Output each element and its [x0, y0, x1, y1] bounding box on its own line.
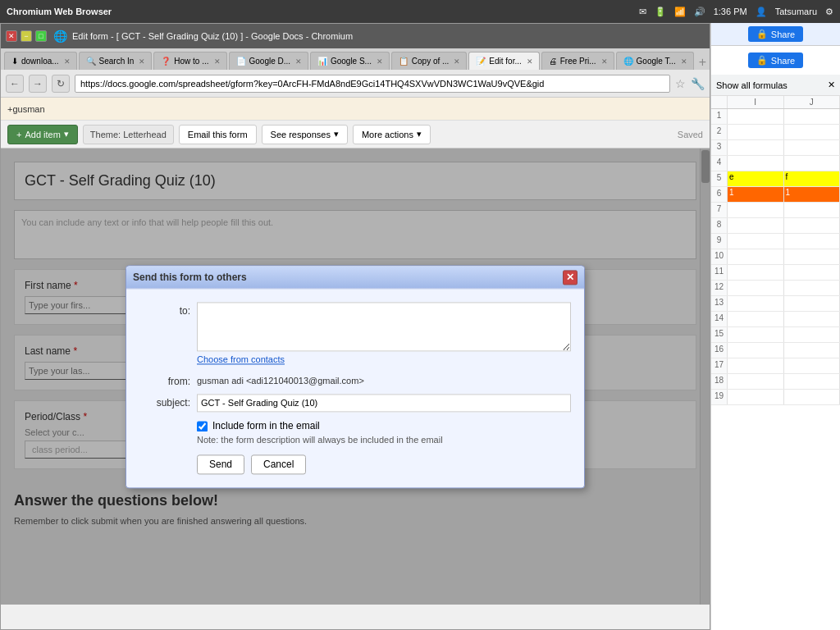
- form-content: GCT - Self Grading Quiz (10) You can inc…: [1, 148, 710, 605]
- dialog-close-button[interactable]: ✕: [563, 270, 578, 285]
- signal-icon: 📶: [674, 7, 686, 17]
- docs-favicon: 📄: [236, 57, 246, 66]
- browser-tabs: ⬇ downloa... ✕ 🔍 Search In ✕ ❓ How to ..…: [1, 48, 710, 70]
- forward-button[interactable]: →: [29, 75, 47, 93]
- spreadsheet-header: 🔒 Share: [711, 23, 840, 46]
- more-dropdown-icon: ▾: [417, 129, 422, 139]
- table-row: 18: [711, 374, 840, 390]
- download-favicon: ⬇: [11, 57, 18, 66]
- to-label: to:: [139, 302, 197, 317]
- include-form-label: Include form in the email: [212, 420, 320, 431]
- back-button[interactable]: ←: [6, 75, 24, 93]
- table-row: 7: [711, 203, 840, 218]
- table-row: 19: [711, 390, 840, 405]
- dialog-titlebar: Send this form to others ✕: [126, 266, 584, 289]
- formula-bar: Show all formulas ✕: [711, 75, 840, 96]
- tab-google-sheets[interactable]: 📊 Google S... ✕: [310, 52, 390, 70]
- share-btn-2[interactable]: 🔒 Share: [748, 52, 803, 68]
- new-tab-button[interactable]: +: [699, 55, 706, 70]
- form-toolbar: + Add item ▾ Theme: Letterhead Email thi…: [1, 121, 710, 148]
- dialog-overlay: Send this form to others ✕ to: Choose fr…: [1, 148, 710, 605]
- tab-close-search[interactable]: ✕: [139, 57, 145, 66]
- email-icon: ✉: [639, 7, 646, 17]
- close-button[interactable]: ✕: [6, 30, 17, 42]
- dropdown-arrow-icon: ▾: [64, 129, 69, 139]
- howto-favicon: ❓: [161, 57, 171, 66]
- lock-icon-2: 🔒: [756, 55, 768, 66]
- reload-button[interactable]: ↻: [52, 75, 70, 93]
- share-button[interactable]: 🔒 Share: [748, 26, 803, 42]
- add-item-button[interactable]: + Add item ▾: [7, 125, 78, 144]
- table-row: 11: [711, 265, 840, 281]
- address-bar: ← → ↻ ☆ 🔧: [1, 70, 710, 98]
- tab-search-in[interactable]: 🔍 Search In ✕: [79, 52, 153, 70]
- tab-close-docs[interactable]: ✕: [295, 57, 302, 66]
- send-form-dialog: Send this form to others ✕ to: Choose fr…: [126, 265, 585, 488]
- taskbar-icons: ✉ 🔋 📶 🔊 1:36 PM 👤 Tatsumaru ⚙: [639, 7, 833, 17]
- battery-icon: 🔋: [655, 7, 666, 17]
- choose-contacts-link[interactable]: Choose from contacts: [197, 354, 571, 364]
- tab-google-docs[interactable]: 📄 Google D... ✕: [229, 52, 308, 70]
- user-icon: 👤: [756, 7, 767, 17]
- tab-free-print[interactable]: 🖨 Free Pri... ✕: [541, 52, 614, 70]
- tab-close-copy[interactable]: ✕: [454, 57, 460, 66]
- theme-selector[interactable]: Theme: Letterhead: [83, 125, 174, 144]
- print-favicon: 🖨: [549, 57, 557, 66]
- tab-download[interactable]: ⬇ downloa... ✕: [4, 52, 77, 70]
- subject-input[interactable]: [197, 394, 571, 412]
- browser-title: Edit form - [ GCT - Self Grading Quiz (1…: [72, 31, 353, 41]
- more-actions-button[interactable]: More actions ▾: [353, 125, 431, 144]
- browser-titlebar: ✕ − □ 🌐 Edit form - [ GCT - Self Grading…: [1, 24, 710, 48]
- sheets-favicon: 📊: [317, 57, 327, 66]
- tab-close-translate[interactable]: ✕: [681, 57, 687, 66]
- table-row: 6 1 1: [711, 187, 840, 203]
- profile-bar: +gusman: [1, 98, 710, 121]
- dialog-buttons: Send Cancel: [197, 454, 571, 474]
- dialog-body: to: Choose from contacts from: gusman ad…: [126, 289, 584, 487]
- settings-icon: ⚙: [825, 7, 833, 17]
- search-favicon: 🔍: [86, 57, 96, 66]
- show-formulas-label[interactable]: Show all formulas: [716, 80, 788, 90]
- url-bar[interactable]: [75, 75, 670, 93]
- tab-close-print[interactable]: ✕: [601, 57, 608, 66]
- subject-row: subject:: [139, 394, 571, 412]
- tab-close-howto[interactable]: ✕: [214, 57, 221, 66]
- include-form-checkbox[interactable]: [197, 421, 208, 431]
- tab-google-translate[interactable]: 🌐 Google T... ✕: [616, 52, 694, 70]
- saved-status: Saved: [678, 130, 703, 139]
- minimize-button[interactable]: −: [21, 30, 32, 42]
- table-row: 12: [711, 281, 840, 296]
- tab-close-download[interactable]: ✕: [64, 57, 71, 66]
- from-label: from:: [139, 372, 197, 387]
- browser-window: ✕ − □ 🌐 Edit form - [ GCT - Self Grading…: [0, 23, 710, 630]
- from-value: gusman adi <adi121040013@gmail.com>: [197, 372, 364, 386]
- taskbar-title: Chromium Web Browser: [7, 7, 112, 16]
- table-row: 14: [711, 312, 840, 327]
- to-input[interactable]: [197, 302, 571, 351]
- cancel-button[interactable]: Cancel: [251, 454, 306, 474]
- table-row: 3: [711, 140, 840, 156]
- plus-icon: +: [16, 130, 21, 139]
- send-button[interactable]: Send: [197, 454, 244, 474]
- col-headers: I J: [711, 96, 840, 109]
- maximize-button[interactable]: □: [35, 30, 47, 42]
- tab-edit-form[interactable]: 📝 Edit for... ✕: [468, 52, 539, 70]
- tab-close-sheets[interactable]: ✕: [377, 57, 383, 66]
- table-row: 8: [711, 218, 840, 234]
- form-favicon: 📝: [476, 57, 486, 66]
- browser-content: +gusman + Add item ▾ Theme: Letterhead E…: [1, 98, 710, 605]
- table-row: 2: [711, 125, 840, 140]
- close-formula-icon[interactable]: ✕: [828, 80, 835, 90]
- dialog-note: Note: the form description will always b…: [197, 435, 571, 445]
- from-row: from: gusman adi <adi121040013@gmail.com…: [139, 372, 571, 387]
- bookmark-icon[interactable]: ☆: [675, 77, 686, 90]
- table-row: 15: [711, 327, 840, 343]
- tab-close-form[interactable]: ✕: [527, 57, 533, 66]
- col-j-header: J: [784, 96, 841, 108]
- email-form-button[interactable]: Email this form: [179, 125, 257, 144]
- see-responses-button[interactable]: See responses ▾: [262, 125, 348, 144]
- tab-howto[interactable]: ❓ How to ... ✕: [153, 52, 226, 70]
- tab-copy[interactable]: 📋 Copy of ... ✕: [391, 52, 467, 70]
- copy-favicon: 📋: [399, 57, 409, 66]
- wrench-icon[interactable]: 🔧: [691, 77, 705, 90]
